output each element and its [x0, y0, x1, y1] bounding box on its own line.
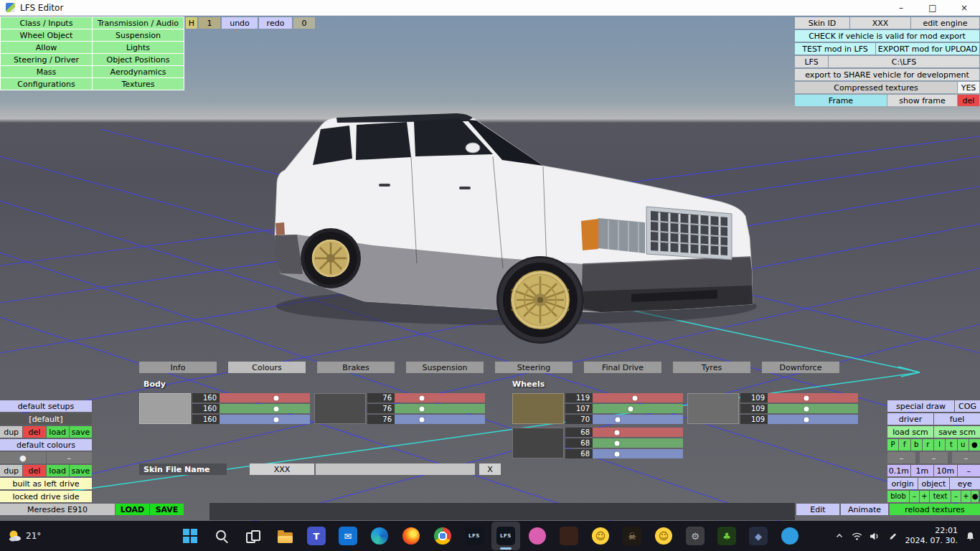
edit-button[interactable]: Edit — [796, 504, 839, 515]
maximize-button[interactable]: □ — [917, 0, 948, 16]
skin-id-label[interactable]: Skin ID — [795, 17, 849, 29]
setup-del-1[interactable]: del — [23, 426, 45, 438]
blob-item-5[interactable]: + — [961, 491, 971, 502]
slider-handle[interactable] — [615, 417, 620, 422]
grid-scale-1m-1[interactable]: 1m — [911, 465, 934, 476]
taskbar-file-explorer-icon[interactable] — [270, 522, 299, 550]
slider-handle[interactable] — [614, 441, 619, 446]
redo-button[interactable]: redo — [259, 17, 292, 29]
body-1-green-slider[interactable] — [220, 404, 310, 413]
wifi-icon[interactable] — [852, 530, 863, 542]
history-toggle-button[interactable]: H — [186, 17, 197, 29]
taskbar-photos-icon[interactable] — [523, 522, 552, 550]
colour-swatch[interactable] — [512, 393, 564, 424]
lfs-button[interactable]: LFS — [795, 56, 828, 67]
menu-lights[interactable]: Lights — [93, 42, 184, 53]
body-1-blue-slider[interactable] — [220, 415, 310, 424]
slider-handle[interactable] — [419, 395, 424, 400]
slider-handle[interactable] — [614, 451, 619, 456]
locked-drive-side-button[interactable]: locked drive side — [0, 491, 92, 502]
menu-suspension[interactable]: Suspension — [93, 29, 184, 41]
built-as-left-drive-button[interactable]: built as left drive — [0, 478, 92, 489]
lfs-path[interactable]: C:\LFS — [829, 56, 979, 67]
wheels-3-red-slider[interactable] — [593, 428, 683, 437]
minimize-button[interactable]: – — [885, 0, 917, 16]
blob-item-1[interactable]: – — [910, 491, 919, 502]
save-scm-button[interactable]: save scm — [934, 426, 980, 438]
grid-scale-10m-2[interactable]: 10m — [934, 465, 957, 476]
slider-handle[interactable] — [628, 406, 633, 411]
skin-file-input[interactable] — [316, 463, 475, 475]
wheels-3-green-slider[interactable] — [593, 438, 683, 448]
slider-handle[interactable] — [274, 395, 279, 400]
setup-save-3[interactable]: save — [70, 426, 92, 438]
draw-flag-b-2[interactable]: b — [911, 439, 922, 451]
default-colours-button[interactable]: default colours — [0, 439, 92, 451]
load-vehicle-button[interactable]: LOAD — [116, 504, 149, 515]
blob-blob-0[interactable]: blob — [887, 491, 909, 502]
wheels-2-red-slider[interactable] — [768, 393, 858, 402]
cog-button[interactable]: COG — [955, 400, 980, 412]
check-vehicle-button[interactable]: CHECK if vehicle is valid for mod export — [795, 30, 979, 42]
frame-button[interactable]: Frame — [795, 95, 887, 106]
wheels-2-blue-slider[interactable] — [768, 415, 858, 424]
taskbar-clock[interactable]: 22:01 2024. 07. 30. — [905, 526, 958, 547]
undo-button[interactable]: undo — [222, 17, 258, 29]
taskbar-emoji-app-2-icon[interactable]: ☺ — [649, 522, 678, 550]
menu-allow[interactable]: Allow — [1, 42, 92, 53]
frame-delete-button[interactable]: del — [958, 95, 979, 106]
placeholder-item-0[interactable]: – — [887, 452, 915, 463]
wheels-1-red-slider[interactable] — [593, 393, 683, 402]
grid-scale-item-3[interactable]: – — [958, 465, 980, 476]
taskbar-game-4-icon[interactable]: ♣ — [712, 522, 741, 550]
taskbar-paint-app-icon[interactable] — [776, 522, 804, 550]
slider-handle[interactable] — [419, 406, 424, 411]
setup-load-2[interactable]: load — [47, 426, 69, 438]
driver-button[interactable]: driver — [887, 413, 933, 425]
weather-widget[interactable]: 21° — [7, 521, 41, 551]
taskbar-lfs-icon[interactable]: LFS — [460, 522, 489, 550]
view-ref-origin-0[interactable]: origin — [887, 478, 918, 489]
current-setup[interactable]: [default] — [0, 413, 92, 425]
slider-handle[interactable] — [419, 417, 424, 422]
draw-flag-u-6[interactable]: u — [958, 439, 969, 451]
taskbar-teams-icon[interactable]: T — [302, 522, 331, 550]
view-ref-eye-2[interactable]: eye — [950, 478, 980, 489]
default-setups-button[interactable]: default setups — [0, 400, 92, 412]
draw-flag-f-1[interactable]: f — [899, 439, 910, 451]
draw-flag-l-4[interactable]: l — [934, 439, 945, 451]
menu-textures[interactable]: Textures — [93, 78, 184, 90]
wheels-2-green-slider[interactable] — [768, 404, 858, 413]
animate-button[interactable]: Animate — [841, 504, 888, 515]
taskbar-mail-icon[interactable]: ✉ — [334, 522, 362, 550]
taskbar-task-view-icon[interactable] — [239, 522, 268, 550]
colour-swatch[interactable] — [314, 393, 366, 424]
compressed-textures-value[interactable]: YES — [958, 82, 979, 93]
taskbar-start-button-icon[interactable] — [176, 522, 204, 550]
colour-swatch[interactable] — [139, 393, 191, 424]
view-ref-object-1[interactable]: object — [918, 478, 948, 489]
colour-dup-0[interactable]: dup — [0, 465, 22, 476]
blob-item-6[interactable]: ● — [971, 491, 979, 502]
taskbar-firefox-icon[interactable] — [397, 522, 425, 550]
test-mod-button[interactable]: TEST mod in LFS — [795, 43, 875, 55]
menu-configurations[interactable]: Configurations — [1, 78, 92, 90]
wheels-1-green-slider[interactable] — [593, 404, 683, 413]
reload-textures-button[interactable]: reload textures — [890, 504, 980, 515]
taskbar-game-5-icon[interactable]: ◆ — [744, 522, 773, 550]
share-vehicle-button[interactable]: export to SHARE vehicle for development — [795, 69, 979, 80]
special-draw-button[interactable]: special draw — [887, 400, 954, 412]
taskbar-chrome-icon[interactable] — [428, 522, 457, 550]
draw-flag-item-7[interactable]: ● — [969, 439, 980, 451]
taskbar-emoji-app-1-icon[interactable]: ☺ — [586, 522, 615, 550]
menu-object-positions[interactable]: Object Positions — [93, 54, 184, 65]
skin-xxx-button[interactable]: XXX — [250, 463, 314, 475]
colour-slot-item-0[interactable]: ● — [0, 452, 46, 463]
wheels-1-blue-slider[interactable] — [593, 415, 683, 424]
menu-class-inputs[interactable]: Class / Inputs — [1, 17, 92, 29]
tab-steering[interactable]: Steering — [495, 362, 573, 373]
wheels-3-blue-slider[interactable] — [593, 449, 683, 458]
colour-slot-item-1[interactable]: – — [47, 452, 93, 463]
taskbar-edge-icon[interactable] — [365, 522, 394, 550]
taskbar-game-1-icon[interactable] — [555, 522, 583, 550]
